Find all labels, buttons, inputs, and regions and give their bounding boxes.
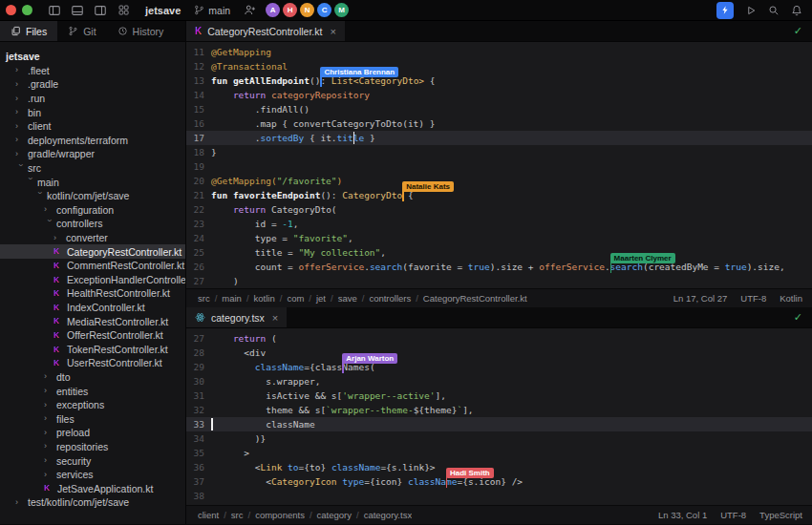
tree-folder[interactable]: ›controllers [0,217,185,231]
code-line[interactable]: 25 title = "My collection", [186,245,812,260]
tab-category-tsx[interactable]: category.tsx × [186,307,287,327]
tree-folder[interactable]: ›src [0,161,185,176]
breadcrumb-item[interactable]: components [255,510,305,520]
chevron-icon[interactable]: › [15,94,25,102]
tree-folder[interactable]: ›deployments/terraform [0,134,185,148]
breadcrumb-item[interactable]: src [231,510,244,520]
tree-file[interactable]: KUserRestController.kt [0,356,185,370]
chevron-icon[interactable]: › [15,108,25,116]
code-line[interactable]: 14 return categoryRepository [186,88,812,102]
breadcrumb-item[interactable]: CategoryRestController.kt [423,293,527,304]
chevron-icon[interactable]: › [53,233,63,242]
tree-folder[interactable]: ›.fleet [0,64,185,78]
tree-folder[interactable]: ›client [0,119,185,134]
collaborator-avatar[interactable]: N [300,3,314,17]
breadcrumb-item[interactable]: src [198,293,210,304]
encoding[interactable]: UTF-8 [720,510,746,520]
tree-file[interactable]: KCommentRestController.kt [0,259,185,273]
code-line[interactable]: 34 )} [186,431,812,446]
code-line[interactable]: 19 [186,159,812,174]
code-line[interactable]: 36 <Link to={to} className={s.link}> [186,460,812,474]
code-line[interactable]: 29 className={classNames(Arjan Warton [186,360,812,374]
code-line[interactable]: 16 .map { convertCategoryToDto(it) } [186,116,812,131]
code-line[interactable]: 27 return ( [186,331,812,346]
notifications-button[interactable] [791,5,802,16]
chevron-icon[interactable]: › [15,136,25,144]
tree-folder[interactable]: ›configuration [0,203,185,218]
invite-collaborator-button[interactable] [244,4,256,16]
code-line[interactable]: 15 .findAll() [186,102,812,116]
language-mode[interactable]: Kotlin [780,293,802,304]
code-line[interactable]: 28 <div [186,346,812,360]
breadcrumb-item[interactable]: main [222,293,242,304]
caret-position[interactable]: Ln 33, Col 1 [658,510,707,520]
run-button[interactable] [716,2,734,19]
close-icon[interactable]: × [272,312,278,324]
toggle-left-panel-button[interactable] [48,4,61,17]
collaborator-avatar[interactable]: C [317,3,331,17]
tree-folder[interactable]: ›.run [0,92,185,106]
tree-file[interactable]: KMediaRestController.kt [0,314,185,328]
code-line[interactable]: 13fun getAllEndpoint(): List<CategoryDto… [186,74,812,88]
breadcrumb-item[interactable]: category.tsx [364,510,413,520]
chevron-icon[interactable]: › [26,178,34,187]
code-line[interactable]: 22 return CategoryDto( [186,202,812,217]
breadcrumb-item[interactable]: controllers [369,293,411,304]
tree-folder[interactable]: ›dto [0,370,185,385]
code-line[interactable]: 26 count = offerService.search(favorite … [186,260,812,274]
chevron-icon[interactable]: › [44,428,53,436]
tree-file[interactable]: KTokenRestController.kt [0,342,185,356]
chevron-icon[interactable]: › [44,205,53,214]
breadcrumb-item[interactable]: client [198,510,219,520]
search-button[interactable] [768,5,780,16]
code-line[interactable]: 23 id = -1, [186,217,812,231]
code-editor-kotlin[interactable]: 11@GetMapping12@Transactional13fun getAl… [186,42,812,288]
code-line[interactable]: 33 className [186,417,812,431]
branch-selector[interactable]: main [194,5,230,16]
close-icon[interactable]: × [330,26,335,37]
toggle-right-panel-button[interactable] [94,4,107,17]
chevron-icon[interactable]: › [44,442,53,451]
breadcrumb-item[interactable]: jet [316,293,326,304]
play-button[interactable] [745,5,757,16]
code-line[interactable]: 18} [186,145,812,159]
tree-folder[interactable]: ›bin [0,105,185,119]
code-line[interactable]: 35 > [186,446,812,460]
chevron-icon[interactable]: › [15,497,25,506]
chevron-icon[interactable]: › [44,456,53,465]
layout-grid-button[interactable] [117,4,130,17]
tree-file[interactable]: KHealthRestController.kt [0,286,185,301]
chevron-icon[interactable]: › [15,66,25,74]
breadcrumb-item[interactable]: kotlin [254,293,275,304]
code-line[interactable]: 32 theme && s[`wrapper--theme-${theme}`]… [186,403,812,417]
workspace-name[interactable]: jetsave [145,5,181,16]
collaborator-avatar[interactable]: H [283,3,297,17]
tree-folder[interactable]: ›preload [0,426,185,440]
chevron-icon[interactable]: › [45,219,53,228]
chevron-icon[interactable]: › [44,372,53,381]
breadcrumb-item[interactable]: save [338,293,357,304]
code-line[interactable]: 31 isActive && s['wrapper--active'], [186,388,812,403]
chevron-icon[interactable]: › [15,121,25,130]
tree-folder[interactable]: ›.gradle [0,77,185,92]
tab-category-rest-controller[interactable]: K CategoryRestController.kt × [186,21,345,41]
tab-git[interactable]: Git [57,21,106,41]
code-line[interactable]: 30 s.wrapper, [186,374,812,388]
chevron-icon[interactable]: › [35,191,44,200]
tree-root[interactable]: jetsave [0,50,185,64]
close-button[interactable] [6,5,16,15]
tree-folder[interactable]: ›security [0,453,185,468]
breadcrumb-item[interactable]: category [317,510,352,520]
tree-file[interactable]: KExceptionHandlerController.kt [0,273,185,287]
tree-folder[interactable]: ›repositories [0,440,185,454]
chevron-icon[interactable]: › [44,470,53,478]
tree-file[interactable]: KCategoryRestController.kt [0,244,185,259]
code-line[interactable]: 12@Transactional [186,59,812,74]
code-line[interactable]: 20@GetMapping("/favorite") [186,174,812,188]
tab-history[interactable]: History [107,21,175,41]
tree-folder[interactable]: ›entities [0,384,185,398]
breadcrumb-item[interactable]: com [287,293,304,304]
code-line[interactable]: 27 ) [186,274,812,288]
collaborator-avatar[interactable]: M [334,3,349,17]
tree-folder[interactable]: ›main [0,175,185,189]
